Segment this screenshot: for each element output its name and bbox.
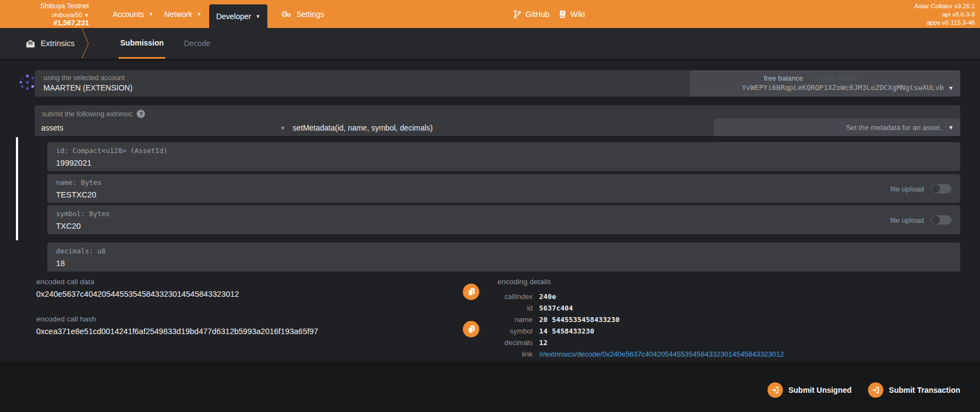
copy-icon [467, 325, 475, 334]
param-symbol-input[interactable] [56, 222, 593, 230]
encoded-call-hash-label: encoded call hash [36, 315, 453, 323]
param-id-input[interactable] [56, 159, 593, 167]
param-symbol-field: symbol: Bytes file upload [47, 205, 960, 234]
copy-icon [467, 287, 475, 296]
pallet-dropdown[interactable]: assets [41, 123, 63, 132]
submit-unsigned-button[interactable]: Submit Unsigned [768, 382, 852, 398]
sign-in-icon [768, 382, 783, 398]
encoded-call-hash-value: 0xcea371e8e51cd0014241f6af2549833d19bd47… [36, 327, 453, 336]
tab-bar: Extrinsics Submission Decode [0, 28, 980, 59]
copy-call-data-button[interactable] [463, 284, 479, 300]
file-upload-control: file upload [890, 184, 951, 193]
encoded-call-data-label: encoded call data [36, 278, 453, 286]
file-upload-toggle[interactable] [931, 215, 951, 224]
encoding-row-callindex: callIndex 240e [489, 291, 784, 302]
free-balance-value: 2.0452 MSBY [814, 74, 858, 82]
params-indent-bar [16, 137, 18, 240]
chevron-down-icon[interactable]: ▼ [280, 125, 285, 131]
apps-version: apps v0.115.3-46 [914, 19, 975, 27]
submit-transaction-button[interactable]: Submit Transaction [868, 382, 960, 398]
section-divider [81, 28, 90, 59]
encoding-details-title: encoding details [497, 278, 784, 286]
account-address: YvWEPYi6BRqpLeKQRQP1XZoWc6JM3LoZDCXgMNgt… [742, 83, 944, 92]
chain-name: Shibuya Testnet [0, 2, 89, 11]
submit-actions: Submit Unsigned Submit Transaction [768, 382, 960, 398]
top-bar: Shibuya Testnet shibuya/50 ▼ #1,567,231 … [0, 0, 980, 28]
param-name-field: name: Bytes file upload [47, 174, 960, 203]
wiki-link[interactable]: Wiki [559, 0, 585, 28]
chain-spec: shibuya/50 ▼ [0, 11, 89, 19]
best-block-number: #1,567,231 [0, 19, 89, 27]
param-symbol-label: symbol: Bytes [56, 210, 951, 218]
encoded-call-data-block: encoded call data 0x240e5637c40420544553… [36, 278, 453, 298]
nav-settings[interactable]: ⚙⚙ Settings [281, 0, 324, 28]
free-balance-label: free balance [764, 74, 803, 82]
chain-selector[interactable]: Shibuya Testnet shibuya/50 ▼ #1,567,231 [0, 2, 89, 27]
file-upload-control: file upload [890, 215, 951, 224]
chevron-down-icon: ▼ [255, 14, 260, 19]
node-version: Astar Collator v3.26.1 [914, 2, 975, 10]
chevron-down-icon: ▼ [948, 85, 954, 91]
extrinsics-icon [26, 39, 35, 48]
param-decimals-input[interactable] [56, 259, 593, 268]
account-dropdown[interactable]: free balance2.0452 MSBY YvWEPYi6BRqpLeKQ… [690, 70, 960, 97]
gears-icon: ⚙⚙ [281, 9, 292, 19]
account-select-card: using the selected account MAARTEN (EXTE… [35, 70, 960, 97]
encoded-call-hash-block: encoded call hash 0xcea371e8e51cd0014241… [36, 315, 453, 336]
github-link[interactable]: GitHub [513, 0, 550, 28]
account-identicon [19, 74, 36, 91]
encoding-row-symbol: symbol 14 5458433230 [489, 325, 784, 337]
sign-in-icon [868, 382, 883, 398]
encoding-row-link: link #/extrinsics/decode/0x240e5637c4042… [489, 348, 784, 360]
tab-submission[interactable]: Submission [119, 28, 165, 59]
method-help-text: Set the metadata for an asset. [846, 123, 942, 132]
help-icon[interactable]: ? [137, 110, 145, 118]
tab-decode[interactable]: Decode [182, 28, 212, 59]
encoding-details-panel: encoding details callIndex 240e id 5637c… [489, 278, 784, 360]
chevron-down-icon: ▼ [84, 13, 89, 18]
param-id-label: id: Compact<u128> (AssetId) [56, 146, 951, 155]
copy-call-hash-button[interactable] [463, 321, 479, 337]
param-decimals-field: decimals: u8 [47, 242, 960, 272]
method-help-dropdown[interactable]: Set the metadata for an asset. ▼ [714, 118, 960, 136]
file-upload-toggle[interactable] [931, 184, 951, 193]
decode-link[interactable]: #/extrinsics/decode/0x240e5637c404205445… [539, 348, 784, 360]
version-info: Astar Collator v3.26.1 api v8.6.3-9 apps… [914, 2, 975, 27]
file-upload-label: file upload [890, 184, 924, 193]
extrinsic-select-label: submit the following extrinsic ? [35, 105, 960, 118]
section-title: Extrinsics [26, 28, 75, 59]
file-upload-label: file upload [890, 216, 924, 224]
content-area: using the selected account MAARTEN (EXTE… [0, 60, 980, 361]
chevron-down-icon: ▼ [948, 125, 954, 131]
free-balance-row: free balance2.0452 MSBY [690, 74, 960, 83]
chevron-down-icon: ▼ [197, 12, 201, 17]
extrinsic-select-card: submit the following extrinsic ? assets … [35, 105, 960, 136]
encoding-row-decimals: decimals 12 [489, 337, 784, 348]
code-branch-icon [513, 10, 521, 19]
param-name-input[interactable] [56, 190, 593, 199]
encoded-call-data-value: 0x240e5637c40420544553545843323014545843… [36, 290, 453, 298]
param-decimals-label: decimals: u8 [56, 247, 951, 255]
encoding-row-name: name 20 5445535458433230 [489, 314, 784, 325]
account-address-row: YvWEPYi6BRqpLeKQRQP1XZoWc6JM3LoZDCXgMNgt… [690, 83, 960, 93]
chevron-down-icon: ▼ [149, 12, 154, 17]
method-dropdown[interactable]: setMetadata(id, name, symbol, decimals) [293, 123, 433, 132]
extrinsics-page: Shibuya Testnet shibuya/50 ▼ #1,567,231 … [0, 0, 980, 412]
nav-developer-active[interactable]: Developer▼ [209, 4, 267, 28]
nav-accounts[interactable]: Accounts▼ [113, 0, 154, 28]
api-version: api v8.6.3-9 [914, 10, 975, 19]
nav-network[interactable]: Network▼ [164, 0, 201, 28]
param-name-label: name: Bytes [56, 178, 951, 187]
param-id-field: id: Compact<u128> (AssetId) [47, 142, 960, 171]
book-icon [559, 10, 566, 19]
encoding-row-id: id 5637c404 [489, 302, 784, 314]
